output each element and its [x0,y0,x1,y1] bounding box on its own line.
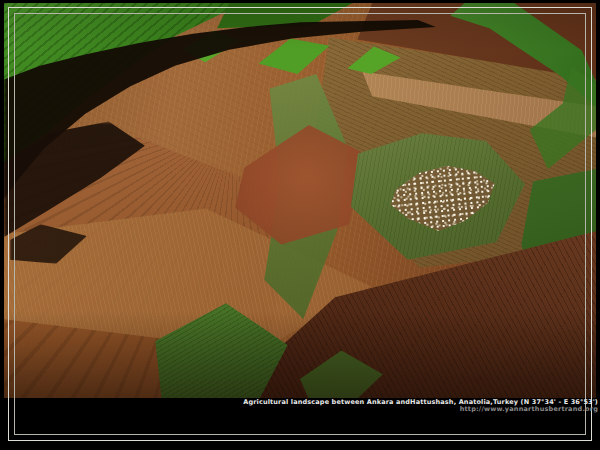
vignette-overlay [4,3,596,398]
caption-url: http://www.yannarthusbertrand.org [243,406,598,413]
caption: Agricultural landscape between Ankara an… [243,399,598,413]
aerial-photo [4,3,596,398]
wallpaper-page: { "caption": { "line1": "Agricultural la… [0,0,600,450]
